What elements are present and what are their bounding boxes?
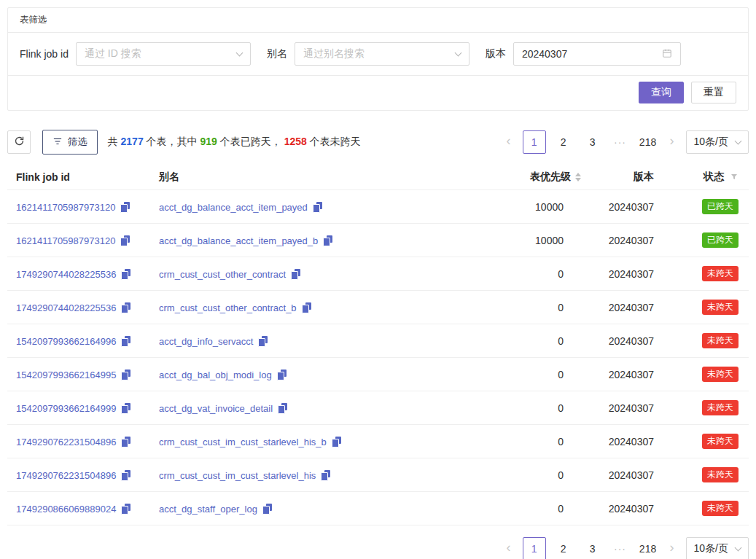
page-button-2[interactable]: 2 bbox=[552, 130, 575, 154]
alias-link[interactable]: acct_dg_balance_acct_item_payed bbox=[159, 202, 308, 213]
alias-placeholder: 通过别名搜索 bbox=[303, 47, 365, 60]
alias-link[interactable]: acct_dg_vat_invoice_detail bbox=[159, 403, 273, 414]
reset-button[interactable]: 重置 bbox=[691, 82, 736, 103]
version-cell: 20240307 bbox=[590, 291, 663, 324]
page-size-label: 10条/页 bbox=[694, 542, 728, 555]
chevron-down-icon bbox=[454, 49, 461, 56]
copy-icon[interactable] bbox=[277, 370, 287, 380]
table-header-row: Flink job id 别名 表优先级 版本 状态 bbox=[7, 165, 749, 190]
refresh-icon bbox=[14, 136, 25, 149]
column-header-version: 版本 bbox=[590, 165, 663, 190]
priority-cell: 0 bbox=[480, 425, 590, 458]
copy-icon[interactable] bbox=[121, 403, 130, 414]
sort-icon[interactable] bbox=[575, 173, 581, 181]
version-cell: 20240307 bbox=[590, 324, 663, 358]
page-ellipsis[interactable]: ··· bbox=[610, 136, 631, 148]
status-badge: 未跨天 bbox=[702, 367, 739, 382]
pagination-top: ‹ 1 2 3 ··· 218 › 10条/页 bbox=[496, 130, 749, 154]
alias-link[interactable]: acct_dg_staff_oper_log bbox=[159, 504, 257, 515]
pagination-bottom-row: ‹ 1 2 3 ··· 218 › 10条/页 bbox=[7, 537, 749, 559]
column-header-alias: 别名 bbox=[150, 165, 480, 190]
copy-icon[interactable] bbox=[121, 269, 130, 280]
page-button-2[interactable]: 2 bbox=[552, 537, 575, 559]
flink-job-id-link[interactable]: 1621411705987973120 bbox=[16, 202, 115, 213]
copy-icon[interactable] bbox=[120, 235, 130, 246]
table-row: 1749290866069889024 acct_dg_staff_oper_l… bbox=[7, 492, 749, 525]
version-cell: 20240307 bbox=[590, 425, 663, 458]
flink-job-id-link[interactable]: 1542097993662164996 bbox=[16, 336, 116, 347]
flink-job-id-select[interactable]: 通过 ID 搜索 bbox=[76, 42, 251, 66]
flink-job-id-link[interactable]: 1749290744028225536 bbox=[16, 302, 116, 313]
copy-icon[interactable] bbox=[121, 504, 130, 515]
alias-link[interactable]: acct_dg_balance_acct_item_payed_b bbox=[159, 235, 318, 246]
version-cell: 20240307 bbox=[590, 358, 663, 391]
chevron-down-icon bbox=[735, 544, 742, 551]
copy-icon[interactable] bbox=[121, 437, 130, 447]
version-value: 20240307 bbox=[522, 48, 567, 60]
filter-button[interactable]: 筛选 bbox=[42, 130, 98, 155]
prev-page-button[interactable]: ‹ bbox=[501, 130, 517, 154]
copy-icon[interactable] bbox=[121, 302, 130, 313]
page-button-last[interactable]: 218 bbox=[636, 537, 660, 559]
page-size-select[interactable]: 10条/页 bbox=[686, 130, 749, 154]
flink-job-id-link[interactable]: 1542097993662164995 bbox=[16, 370, 116, 380]
summary-text: 共 2177 个表，其中 919 个表已跨天， 1258 个表未跨天 bbox=[108, 136, 361, 149]
copy-icon[interactable] bbox=[121, 470, 130, 481]
page-button-3[interactable]: 3 bbox=[581, 537, 604, 559]
copy-icon[interactable] bbox=[323, 235, 332, 246]
column-filter-icon[interactable] bbox=[730, 173, 739, 181]
alias-link[interactable]: crm_cust_cust_other_contract_b bbox=[159, 302, 297, 313]
copy-icon[interactable] bbox=[302, 302, 311, 313]
copy-icon[interactable] bbox=[278, 403, 287, 414]
page-ellipsis[interactable]: ··· bbox=[610, 543, 631, 555]
copy-icon[interactable] bbox=[313, 202, 322, 213]
alias-link[interactable]: crm_cust_cust_im_cust_starlevel_his_b bbox=[159, 437, 327, 447]
priority-cell: 10000 bbox=[480, 224, 590, 257]
status-badge: 未跨天 bbox=[702, 434, 739, 449]
flink-job-id-link[interactable]: 1749290866069889024 bbox=[16, 504, 116, 515]
query-button[interactable]: 查询 bbox=[639, 82, 684, 103]
table-row: 1749290762231504896 crm_cust_cust_im_cus… bbox=[7, 425, 749, 458]
priority-cell: 10000 bbox=[480, 190, 590, 224]
page-button-1[interactable]: 1 bbox=[523, 537, 546, 559]
alias-link[interactable]: acct_dg_bal_obj_modi_log bbox=[159, 370, 272, 380]
copy-icon[interactable] bbox=[321, 470, 330, 481]
alias-link[interactable]: crm_cust_cust_other_contract bbox=[159, 269, 286, 280]
next-page-button[interactable]: › bbox=[664, 537, 680, 559]
summary-part: 个表未跨天 bbox=[307, 136, 361, 147]
copy-icon[interactable] bbox=[121, 336, 130, 347]
page-size-label: 10条/页 bbox=[694, 136, 728, 149]
copy-icon[interactable] bbox=[121, 370, 130, 380]
page-button-last[interactable]: 218 bbox=[636, 130, 660, 154]
chevron-down-icon bbox=[735, 137, 742, 144]
status-badge: 已跨天 bbox=[702, 199, 739, 214]
copy-icon[interactable] bbox=[262, 504, 272, 515]
version-cell: 20240307 bbox=[590, 492, 663, 525]
status-badge: 未跨天 bbox=[702, 501, 739, 516]
flink-job-id-link[interactable]: 1621411705987973120 bbox=[16, 235, 115, 246]
refresh-button[interactable] bbox=[7, 130, 31, 154]
flink-job-id-link[interactable]: 1749290762231504896 bbox=[16, 470, 116, 481]
copy-icon[interactable] bbox=[120, 202, 130, 213]
flink-job-id-link[interactable]: 1542097993662164999 bbox=[16, 403, 116, 414]
copy-icon[interactable] bbox=[258, 336, 268, 347]
copy-icon[interactable] bbox=[291, 269, 300, 280]
page-button-3[interactable]: 3 bbox=[581, 130, 604, 154]
alias-select[interactable]: 通过别名搜索 bbox=[295, 42, 469, 66]
version-cell: 20240307 bbox=[590, 257, 663, 291]
table-row: 1542097993662164995 acct_dg_bal_obj_modi… bbox=[7, 358, 749, 391]
page-button-1[interactable]: 1 bbox=[523, 130, 546, 154]
prev-page-button[interactable]: ‹ bbox=[501, 537, 517, 559]
alias-link[interactable]: crm_cust_cust_im_cust_starlevel_his bbox=[159, 470, 316, 481]
flink-job-id-link[interactable]: 1749290762231504896 bbox=[16, 437, 116, 447]
page-size-select[interactable]: 10条/页 bbox=[686, 537, 749, 559]
version-date-input[interactable]: 20240307 bbox=[513, 42, 681, 66]
filter-button-label: 筛选 bbox=[68, 136, 87, 149]
alias-link[interactable]: acct_dg_info_servacct bbox=[159, 336, 253, 347]
crossed-count: 919 bbox=[200, 136, 217, 147]
flink-job-id-link[interactable]: 1749290744028225536 bbox=[16, 269, 116, 280]
status-badge: 已跨天 bbox=[702, 232, 739, 248]
next-page-button[interactable]: › bbox=[664, 130, 680, 154]
copy-icon[interactable] bbox=[332, 437, 341, 447]
table-row: 1749290762231504896 crm_cust_cust_im_cus… bbox=[7, 458, 749, 492]
